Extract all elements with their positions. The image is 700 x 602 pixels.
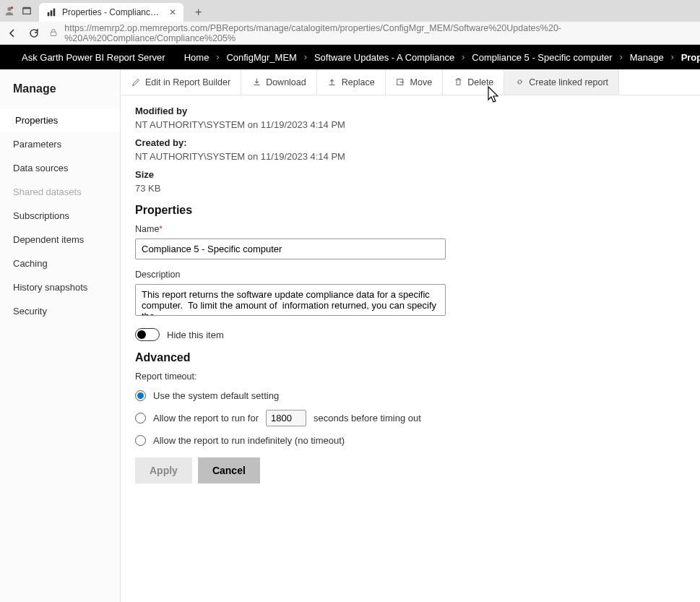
sidebar-item-properties[interactable]: Properties [0, 108, 120, 132]
advanced-heading: Advanced [135, 351, 686, 364]
svg-rect-2 [23, 9, 31, 14]
sidebar-title: Manage [0, 69, 120, 108]
timeout-runfor-pre: Allow the report to run for [153, 413, 259, 423]
svg-rect-7 [51, 32, 56, 35]
chevron-right-icon: › [462, 52, 464, 62]
description-textarea[interactable] [135, 284, 446, 316]
size-value: 73 KB [135, 183, 686, 194]
sidebar-item-caching[interactable]: Caching [0, 251, 120, 275]
manage-sidebar: Manage Properties Parameters Data source… [0, 69, 121, 602]
toolbar-label: Edit in Report Builder [145, 77, 230, 87]
toolbar-label: Replace [342, 77, 375, 87]
sidebar-item-label: History snapshots [13, 282, 87, 293]
apply-button[interactable]: Apply [135, 457, 192, 483]
pencil-icon [131, 77, 141, 87]
sidebar-item-label: Subscriptions [13, 210, 69, 221]
replace-button[interactable]: Replace [317, 69, 386, 95]
crumb-properties: Properties [681, 52, 700, 63]
new-tab-button[interactable]: + [191, 6, 206, 19]
hide-item-label: Hide this item [167, 330, 224, 340]
brand-title[interactable]: Ask Garth Power BI Report Server [22, 52, 165, 63]
report-timeout-label: Report timeout: [135, 371, 686, 382]
sidebar-item-label: Shared datasets [13, 186, 82, 197]
move-button[interactable]: Move [386, 69, 444, 95]
svg-rect-3 [23, 7, 31, 9]
svg-rect-5 [51, 10, 53, 16]
sidebar-item-label: Parameters [13, 139, 61, 150]
timeout-default-label: Use the system default setting [153, 390, 279, 401]
url-text: https://memrp2.op.memreports.com/PBRepor… [64, 23, 694, 43]
name-label: Name* [135, 224, 686, 234]
description-label: Description [135, 270, 686, 280]
chevron-right-icon: › [671, 52, 674, 62]
svg-rect-4 [48, 12, 50, 16]
tab-close-icon[interactable]: ✕ [169, 7, 176, 17]
tabs-overview-icon[interactable] [22, 6, 32, 16]
sidebar-item-label: Caching [13, 258, 48, 269]
modified-by-value: NT AUTHORITY\SYSTEM on 11/19/2023 4:14 P… [135, 119, 686, 130]
crumb-softwareupdates[interactable]: Software Updates - A Compliance [314, 52, 454, 63]
hide-item-toggle[interactable] [135, 328, 160, 341]
svg-point-1 [11, 7, 14, 9]
timeout-indef-label: Allow the report to run indefinitely (no… [153, 435, 345, 446]
sidebar-item-historysnapshots[interactable]: History snapshots [0, 275, 120, 299]
delete-button[interactable]: Delete [443, 69, 504, 95]
timeout-runfor-post: seconds before timing out [314, 413, 421, 423]
name-input[interactable] [135, 238, 446, 259]
sidebar-item-dependentitems[interactable]: Dependent items [0, 228, 120, 251]
sidebar-item-security[interactable]: Security [0, 299, 120, 323]
crumb-configmgr[interactable]: ConfigMgr_MEM [226, 52, 297, 63]
sidebar-item-label: Data sources [13, 163, 69, 173]
move-icon [396, 77, 406, 87]
sidebar-item-parameters[interactable]: Parameters [0, 132, 120, 156]
address-bar[interactable]: https://memrp2.op.memreports.com/PBRepor… [49, 23, 694, 43]
sidebar-item-label: Security [13, 306, 47, 317]
toolbar-label: Download [266, 77, 306, 87]
modified-by-label: Modified by [135, 106, 686, 116]
created-by-label: Created by: [135, 137, 686, 148]
powerbi-favicon-icon [46, 7, 56, 17]
browser-tab-strip: Properties - Compliance 5 - Spec ✕ + [0, 0, 700, 22]
tab-title: Properties - Compliance 5 - Spec [62, 7, 163, 17]
download-button[interactable]: Download [241, 69, 317, 95]
timeout-seconds-input[interactable] [266, 410, 306, 426]
sidebar-item-shareddatasets: Shared datasets [0, 180, 120, 204]
timeout-indef-radio[interactable] [135, 435, 146, 446]
lock-icon [49, 28, 59, 38]
refresh-button[interactable] [27, 27, 40, 40]
size-label: Size [135, 169, 686, 180]
browser-toolbar: https://memrp2.op.memreports.com/PBRepor… [0, 22, 700, 45]
browser-tab[interactable]: Properties - Compliance 5 - Spec ✕ [39, 3, 183, 22]
sidebar-item-subscriptions[interactable]: Subscriptions [0, 204, 120, 228]
properties-heading: Properties [135, 204, 686, 217]
timeout-default-radio[interactable] [135, 390, 146, 401]
chevron-right-icon: › [620, 52, 623, 62]
timeout-runfor-radio[interactable] [135, 413, 146, 423]
sidebar-item-datasources[interactable]: Data sources [0, 156, 120, 180]
profile-icon[interactable] [4, 6, 14, 16]
create-linked-report-button[interactable]: Create linked report [504, 69, 619, 95]
crumb-home[interactable]: Home [184, 52, 209, 63]
chevron-right-icon: › [304, 52, 307, 62]
link-icon [514, 77, 524, 87]
chevron-right-icon: › [216, 52, 219, 62]
svg-rect-6 [53, 9, 56, 17]
created-by-value: NT AUTHORITY\SYSTEM on 11/19/2023 4:14 P… [135, 151, 686, 162]
toolbar-label: Move [410, 77, 433, 87]
back-button[interactable] [6, 27, 19, 40]
sidebar-item-label: Dependent items [13, 234, 84, 245]
trash-icon [453, 77, 463, 87]
upload-icon [327, 77, 337, 87]
download-icon [251, 77, 262, 87]
crumb-manage[interactable]: Manage [630, 52, 664, 63]
action-toolbar: Edit in Report Builder Download Replace … [121, 69, 700, 95]
toolbar-label: Delete [467, 77, 493, 87]
toolbar-label: Create linked report [529, 77, 608, 87]
crumb-compliance5[interactable]: Compliance 5 - Specific computer [472, 52, 612, 63]
edit-in-report-builder-button[interactable]: Edit in Report Builder [121, 69, 241, 95]
breadcrumb: Ask Garth Power BI Report Server Home › … [0, 45, 700, 69]
sidebar-item-label: Properties [15, 115, 58, 126]
cancel-button[interactable]: Cancel [198, 457, 260, 483]
